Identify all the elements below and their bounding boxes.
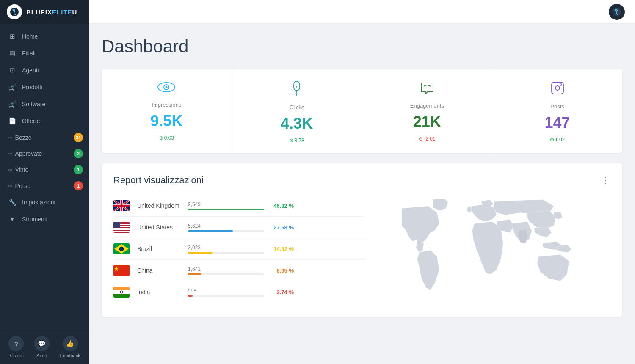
stat-card-posts: Posts 147 ⊕ 1.02	[492, 69, 622, 153]
sidebar-item-label: Impostazioni	[22, 199, 55, 206]
down-arrow-icon: ⊖	[419, 136, 423, 142]
bar-pct: 2.74 %	[264, 289, 294, 295]
aiuto-button[interactable]: 💬 Aiuto	[34, 336, 50, 358]
chat-icon: 💬	[34, 336, 50, 351]
engagements-label: Engagements	[410, 102, 444, 109]
table-row: United States 5,624 27.58 %	[113, 217, 365, 238]
bar-area: 5,624	[188, 223, 264, 232]
sidebar-nav: ⊞ Home ▤ Filiali ⊡ Agenti 🛒 Prodotti 🛒 S…	[0, 24, 89, 330]
perse-badge: 1	[74, 181, 83, 190]
sidebar-item-label: Strumenti	[22, 216, 47, 223]
stat-cards: Impressions 9.5K ⊕ 0.03 Clicks	[102, 69, 622, 153]
guida-button[interactable]: ? Guida	[8, 336, 24, 358]
impressions-change: ⊕ 0.03	[159, 135, 174, 141]
approvate-badge: 2	[74, 149, 83, 158]
wrench-icon: 🔧	[8, 199, 17, 206]
clicks-value: 4.3K	[281, 115, 313, 132]
stat-card-clicks: Clicks 4.3K ⊕ 3.78	[232, 69, 362, 153]
world-map-svg: .mc{fill:#d0d5de;stroke:#fff;stroke-widt…	[365, 195, 610, 305]
flag-gb	[113, 200, 130, 211]
impressions-icon	[157, 80, 175, 97]
main-content: Dashboard Impressions 9.5K ⊕ 0.03	[89, 0, 635, 364]
posts-change: ⊕ 1.02	[550, 137, 565, 143]
bar-fill	[188, 273, 201, 275]
sidebar-item-offerte[interactable]: 📄 Offerte	[0, 113, 89, 130]
svg-rect-20	[113, 229, 130, 229]
svg-point-3	[615, 10, 616, 11]
sidebar-item-impostazioni[interactable]: 🔧 Impostazioni	[0, 194, 89, 211]
bar-track	[188, 273, 264, 275]
svg-rect-21	[113, 230, 130, 231]
stat-card-impressions: Impressions 9.5K ⊕ 0.03	[102, 69, 232, 153]
sidebar-item-label: Approvate	[15, 150, 42, 157]
svg-point-6	[166, 86, 168, 88]
aiuto-label: Aiuto	[36, 353, 47, 358]
flag-us	[113, 222, 130, 233]
sidebar-item-label: Agenti	[22, 67, 39, 74]
feedback-button[interactable]: 👍 Feedback	[60, 336, 80, 358]
bar-count: 1,641	[188, 266, 264, 272]
flag-cn	[113, 265, 130, 276]
country-name: United Kingdom	[137, 202, 188, 209]
sidebar-item-label: Perse	[15, 182, 31, 189]
bar-pct: 46.82 %	[264, 203, 294, 209]
home-icon: ⊞	[8, 33, 17, 40]
engagements-value: 21K	[413, 113, 441, 131]
impressions-value: 9.5K	[150, 112, 182, 130]
sidebar-item-label: Offerte	[22, 118, 40, 124]
sidebar-item-filiali[interactable]: ▤ Filiali	[0, 45, 89, 62]
sidebar-item-vinte[interactable]: ••• Vinte 1	[0, 162, 89, 178]
logo-icon	[7, 4, 22, 19]
bar-count: 3,023	[188, 245, 264, 251]
world-map: .mc{fill:#d0d5de;stroke:#fff;stroke-widt…	[365, 195, 610, 305]
bozze-badge: 34	[74, 133, 83, 142]
svg-rect-23	[113, 222, 120, 228]
topbar	[89, 0, 635, 24]
report-card: Report visualizzazioni ⋮	[102, 163, 622, 317]
bar-pct: 14.82 %	[264, 246, 294, 252]
agenti-icon: ⊡	[8, 66, 17, 74]
sidebar-item-label: Vinte	[15, 166, 29, 173]
bar-fill	[188, 209, 264, 210]
thumbs-up-icon: 👍	[63, 336, 78, 351]
report-title: Report visualizzazioni	[113, 175, 204, 186]
avatar[interactable]	[609, 4, 625, 20]
table-row: China 1,641 8.05 %	[113, 260, 365, 281]
bar-count: 5,624	[188, 223, 264, 229]
sidebar-item-home[interactable]: ⊞ Home	[0, 28, 89, 45]
svg-point-1	[13, 10, 14, 11]
report-table: United Kingdom 9,549 46.82 %	[113, 195, 365, 305]
vinte-badge: 1	[74, 165, 83, 174]
sidebar-item-strumenti[interactable]: ▾ Strumenti	[0, 211, 89, 228]
clicks-label: Clicks	[290, 104, 304, 110]
sidebar-item-perse[interactable]: ••• Perse 1	[0, 178, 89, 194]
clicks-icon	[290, 80, 304, 100]
sidebar-item-software[interactable]: 🛒 Software	[0, 96, 89, 113]
table-row: India 558 2.74 %	[113, 281, 365, 303]
offerte-icon: 📄	[8, 117, 17, 125]
sidebar-item-prodotti[interactable]: 🛒 Prodotti	[0, 79, 89, 96]
sidebar-item-label: Home	[22, 33, 38, 40]
sidebar: BLUPIXELITEU ⊞ Home ▤ Filiali ⊡ Agenti 🛒…	[0, 0, 89, 364]
bar-count: 9,549	[188, 201, 264, 207]
up-arrow-icon: ⊕	[550, 137, 554, 143]
guida-label: Guida	[10, 353, 22, 358]
svg-point-13	[560, 84, 562, 85]
sidebar-item-bozze[interactable]: ••• Bozze 34	[0, 130, 89, 146]
more-options-button[interactable]: ⋮	[601, 175, 610, 185]
filiali-icon: ▤	[8, 50, 17, 57]
bar-track	[188, 230, 264, 232]
page-title: Dashboard	[102, 36, 622, 57]
flag-br	[113, 243, 130, 254]
sidebar-footer: ? Guida 💬 Aiuto 👍 Feedback	[0, 330, 89, 364]
country-name: United States	[137, 224, 188, 231]
sidebar-item-label: Prodotti	[22, 84, 42, 91]
sidebar-item-agenti[interactable]: ⊡ Agenti	[0, 62, 89, 79]
bar-fill	[188, 252, 213, 254]
svg-rect-31	[113, 294, 130, 298]
table-row: Brazil 3,023 14.82 %	[113, 238, 365, 260]
logo-text: BLUPIXELITEU	[26, 8, 77, 16]
bar-count: 558	[188, 288, 264, 294]
sidebar-item-approvate[interactable]: ••• Approvate 2	[0, 146, 89, 162]
bar-area: 558	[188, 288, 264, 297]
